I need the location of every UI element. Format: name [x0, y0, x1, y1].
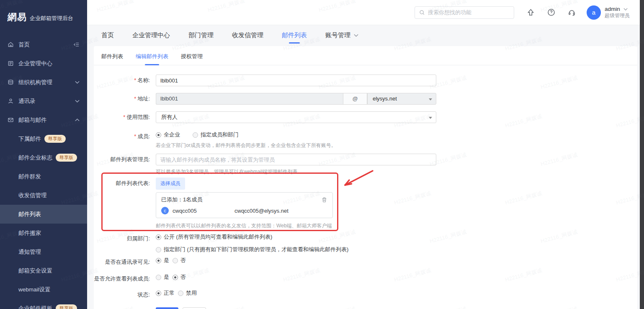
form-row-visibility: 是否在通讯录可见: 是 否 — [94, 256, 637, 268]
subtab-mailing-list[interactable]: 邮件列表 — [101, 53, 123, 65]
trash-icon[interactable] — [321, 197, 327, 203]
function-search[interactable] — [415, 6, 514, 19]
radio-unchecked[interactable] — [156, 275, 161, 280]
visibility-option-yes[interactable]: 是 — [156, 257, 169, 264]
subtab-edit-mailing-list[interactable]: 编辑邮件列表 — [136, 53, 168, 65]
company-icon — [8, 60, 14, 67]
tab-label: 企业管理中心 — [132, 31, 170, 39]
members-label: *成员: — [94, 131, 156, 142]
sidebar-item-home[interactable]: 首页 — [0, 35, 87, 54]
upgrade-icon[interactable] — [527, 8, 535, 16]
tab-label: 收发信管理 — [232, 31, 263, 39]
representative-help: 邮件列表代表可以以邮件列表的名义发信，支持范围：Web端、邮箱大师客户端 — [156, 222, 333, 229]
right-edge-strip — [640, 0, 644, 309]
tab-mailing-list[interactable]: 邮件列表 — [282, 31, 307, 44]
menu-fold-icon[interactable] — [73, 41, 80, 48]
support-icon[interactable] — [568, 8, 576, 16]
sidebar-item-mailbox[interactable]: 邮箱与邮件 — [0, 111, 87, 129]
sidebar-subitem-company-logo[interactable]: 邮件企业标志 尊享版 — [0, 148, 87, 167]
chevron-down-icon — [75, 100, 80, 103]
status-label: 状态: — [94, 289, 156, 301]
sidebar-subitem-mailing-list[interactable]: 邮件列表 — [0, 205, 87, 224]
tab-label: 邮件列表 — [282, 31, 307, 39]
tab-company-center[interactable]: 企业管理中心 — [132, 31, 170, 44]
domain-select[interactable]: elysys.net — [367, 93, 436, 105]
status-option-normal[interactable]: 正常 — [156, 289, 175, 297]
dropdown-caret-icon — [429, 117, 432, 119]
mail-icon — [8, 117, 14, 123]
topbar: a admin 超级管理员 — [87, 0, 640, 25]
radio-unchecked[interactable] — [193, 132, 198, 138]
radio-checked[interactable] — [156, 258, 161, 263]
form-row-address: *地址: lblb001 @ elysys.net — [94, 93, 637, 105]
members-option-specified[interactable]: 指定成员和部门 — [193, 131, 239, 139]
sidebar-subitem-label: 邮件搬家 — [18, 229, 41, 237]
department-option-specified[interactable]: 指定部门 (只有拥有如下部门管理权限的管理员，才能查看和编辑此邮件列表) — [156, 246, 348, 253]
members-option-all[interactable]: 全企业 — [156, 131, 180, 139]
radio-checked[interactable] — [173, 275, 178, 280]
department-option-public[interactable]: 公开 (所有管理员均可查看和编辑此邮件列表) — [156, 233, 272, 241]
sidebar-item-label: 通讯录 — [18, 98, 36, 105]
radio-checked[interactable] — [156, 132, 161, 138]
sidebar-subitem-notification[interactable]: 通知管理 — [0, 242, 87, 261]
radio-checked[interactable] — [156, 234, 161, 240]
avatar[interactable]: a — [587, 5, 601, 20]
view-members-label: 是否允许查看列表成员: — [94, 273, 156, 285]
sidebar-item-contacts[interactable]: 通讯录 — [0, 92, 87, 111]
sidebar-subitem-mail-migration[interactable]: 邮件搬家 — [0, 224, 87, 242]
tab-department[interactable]: 部门管理 — [188, 31, 214, 44]
added-members-box: 已添加：1名成员 c cwqcc005 cwqcc005@elysys.net — [156, 192, 333, 218]
sidebar: 網易 企业邮箱管理后台 首页 企业管理中心 组织机构管理 — [0, 0, 87, 309]
view-members-option-yes[interactable]: 是 — [156, 273, 169, 281]
at-sign: @ — [343, 93, 367, 105]
radio-unchecked[interactable] — [178, 291, 183, 296]
admins-input[interactable] — [156, 154, 436, 165]
form-row-representative: 邮件列表代表: 选择成员 已添加：1名成员 c — [94, 178, 637, 229]
sidebar-subitem-label: 邮件列表 — [18, 211, 41, 218]
sidebar-subitem-mail-template[interactable]: 企业邮件模板 尊享版 — [0, 299, 87, 309]
sidebar-item-organization[interactable]: 组织机构管理 — [0, 73, 87, 92]
sidebar-subitem-subordinate-mail[interactable]: 下属邮件 尊享版 — [0, 129, 87, 148]
tab-home[interactable]: 首页 — [101, 31, 114, 44]
sidebar-item-company-center[interactable]: 企业管理中心 — [0, 54, 87, 73]
cancel-button[interactable]: 取消 — [183, 307, 206, 309]
form-row-admins: 邮件列表管理员: 可以最多添加3名管理员，管理员可以在webmail端管理邮件列… — [94, 154, 637, 175]
user-menu[interactable]: a admin 超级管理员 — [587, 5, 630, 20]
pick-member-button[interactable]: 选择成员 — [156, 178, 185, 190]
tab-label: 首页 — [101, 31, 114, 39]
premium-badge: 尊享版 — [56, 304, 77, 309]
form-row-view-members: 是否允许查看列表成员: 是 否 — [94, 273, 637, 285]
premium-badge: 尊享版 — [56, 154, 77, 161]
member-avatar: c — [161, 207, 169, 214]
name-label: *名称: — [94, 75, 156, 86]
required-mark: * — [134, 133, 136, 139]
sidebar-subitem-label: 邮件群发 — [18, 173, 41, 180]
radio-checked[interactable] — [156, 291, 161, 296]
sidebar-subitem-label: webmail设置 — [18, 286, 51, 294]
sidebar-subitem-security[interactable]: 邮箱安全设置 — [0, 261, 87, 280]
tab-account[interactable]: 账号管理 — [325, 31, 358, 44]
radio-unchecked[interactable] — [173, 258, 178, 263]
status-option-disabled[interactable]: 禁用 — [178, 289, 197, 297]
user-meta: admin 超级管理员 — [605, 6, 630, 19]
members-help: 若企业下部门or成员变动，邮件列表将会同步更新，全企业包含企业下所有账号。 — [156, 142, 336, 149]
tab-send-receive[interactable]: 收发信管理 — [232, 31, 263, 44]
view-members-option-no[interactable]: 否 — [173, 273, 186, 281]
name-input[interactable] — [156, 75, 436, 86]
sidebar-subitem-webmail[interactable]: webmail设置 — [0, 280, 87, 299]
scope-label: *使用范围: — [94, 111, 156, 123]
sidebar-subitem-send-receive[interactable]: 收发信管理 — [0, 186, 87, 205]
search-input[interactable] — [428, 9, 510, 15]
admins-label: 邮件列表管理员: — [94, 154, 156, 165]
radio-unchecked[interactable] — [156, 247, 161, 252]
sidebar-item-label: 首页 — [18, 41, 30, 49]
sidebar-nav: 首页 企业管理中心 组织机构管理 通讯录 — [0, 35, 87, 309]
scope-select[interactable]: 所有人 — [156, 111, 436, 123]
sidebar-subitem-mass-mail[interactable]: 邮件群发 — [0, 167, 87, 186]
subtab-authorization[interactable]: 授权管理 — [181, 53, 203, 65]
user-role: 超级管理员 — [605, 13, 630, 19]
user-name: admin — [605, 6, 620, 13]
save-button[interactable]: 保存 — [156, 307, 178, 309]
help-icon[interactable] — [547, 8, 555, 16]
visibility-option-no[interactable]: 否 — [173, 257, 186, 264]
